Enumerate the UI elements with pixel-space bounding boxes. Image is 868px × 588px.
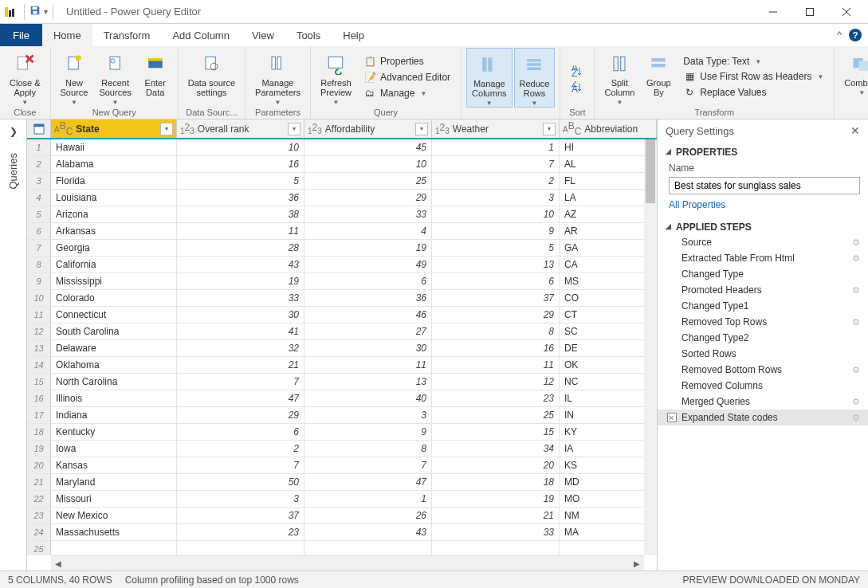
sort-desc-button[interactable]: ZA [568,80,586,95]
cell-rank[interactable]: 5 [177,173,304,189]
cell-affordability[interactable]: 6 [304,273,432,289]
tab-home[interactable]: Home [42,24,92,46]
table-row[interactable]: 24Massachusetts234333MA [27,524,657,541]
cell-weather[interactable]: 7 [432,156,560,172]
cell-affordability[interactable] [304,541,432,555]
cell-affordability[interactable]: 9 [304,424,432,440]
cell-state[interactable] [51,541,177,555]
applied-step[interactable]: Changed Type2 [658,330,868,346]
cell-affordability[interactable]: 33 [304,206,432,222]
table-row[interactable]: 19Iowa2834IA [27,441,657,457]
manage-button[interactable]: 🗂Manage▼ [361,86,453,100]
table-row[interactable]: 1Hawaii10451HI [27,139,657,156]
cell-abbreviation[interactable]: AR [560,223,657,239]
cell-weather[interactable]: 25 [432,407,560,423]
cell-state[interactable]: Arizona [51,206,177,222]
table-row[interactable]: 7Georgia28195GA [27,240,657,257]
cell-rank[interactable]: 11 [177,223,304,239]
help-icon[interactable]: ? [849,29,862,41]
table-row[interactable]: 21Maryland504718MD [27,474,657,491]
cell-affordability[interactable]: 11 [304,357,432,373]
cell-abbreviation[interactable]: KY [560,424,657,440]
cell-abbreviation[interactable]: SC [560,323,657,339]
cell-state[interactable]: Maryland [51,474,177,490]
reduce-rows-button[interactable]: Reduce Rows▼ [514,48,556,108]
data-type-button[interactable]: Data Type: Text▼ [681,55,826,68]
cell-rank[interactable]: 41 [177,323,304,339]
cell-abbreviation[interactable]: DE [560,340,657,356]
gear-icon[interactable]: ⚙ [852,253,860,264]
cell-weather[interactable]: 6 [432,273,560,289]
cell-state[interactable]: Florida [51,173,177,189]
tab-tools[interactable]: Tools [285,24,332,46]
cell-rank[interactable]: 3 [177,491,304,507]
cell-abbreviation[interactable]: FL [560,173,657,189]
cell-state[interactable]: Kentucky [51,424,177,440]
cell-state[interactable]: Mississippi [51,273,177,289]
cell-weather[interactable]: 5 [432,240,560,256]
gear-icon[interactable]: ⚙ [852,285,860,296]
cell-rank[interactable]: 47 [177,390,304,406]
cell-rank[interactable]: 7 [177,457,304,473]
applied-step[interactable]: Changed Type1 [658,298,868,314]
table-row[interactable]: 25 [27,541,657,555]
tab-view[interactable]: View [241,24,285,46]
table-row[interactable]: 15North Carolina71312NC [27,374,657,390]
cell-abbreviation[interactable]: AL [560,156,657,172]
cell-state[interactable]: Colorado [51,290,177,306]
close-settings-icon[interactable]: ✕ [850,124,860,137]
cell-rank[interactable]: 21 [177,357,304,373]
gear-icon[interactable]: ⚙ [852,317,860,327]
cell-abbreviation[interactable]: MD [560,474,657,490]
table-corner[interactable] [27,120,51,138]
gear-icon[interactable]: ⚙ [852,365,860,375]
applied-step[interactable]: Removed Bottom Rows⚙ [658,362,868,378]
cell-affordability[interactable]: 7 [304,457,432,473]
cell-abbreviation[interactable]: NM [560,508,657,523]
close-apply-button[interactable]: Close & Apply ▼ [5,48,45,107]
cell-weather[interactable]: 13 [432,257,560,272]
replace-values-button[interactable]: ↻Replace Values [681,85,826,100]
table-row[interactable]: 20Kansas7720KS [27,457,657,474]
table-row[interactable]: 3Florida5252FL [27,173,657,190]
col-abbreviation[interactable]: ABC Abbreviation [560,120,657,138]
cell-weather[interactable]: 3 [432,190,560,206]
sort-asc-button[interactable]: AZ [568,65,586,79]
cell-affordability[interactable]: 1 [304,491,432,507]
save-icon[interactable] [29,5,41,18]
cell-weather[interactable]: 8 [432,323,560,339]
cell-affordability[interactable]: 8 [304,441,432,457]
cell-abbreviation[interactable]: CA [560,257,657,272]
cell-state[interactable]: Illinois [51,390,177,406]
cell-abbreviation[interactable]: IL [560,390,657,406]
cell-weather[interactable]: 37 [432,290,560,306]
advanced-editor-button[interactable]: 📝Advanced Editor [361,70,453,84]
cell-affordability[interactable]: 40 [304,390,432,406]
cell-state[interactable]: California [51,257,177,272]
cell-weather[interactable]: 18 [432,474,560,490]
cell-rank[interactable]: 19 [177,273,304,289]
cell-affordability[interactable]: 26 [304,508,432,523]
table-row[interactable]: 5Arizona383310AZ [27,206,657,223]
table-row[interactable]: 8California434913CA [27,257,657,273]
tab-transform[interactable]: Transform [92,24,162,46]
refresh-preview-button[interactable]: Refresh Preview▼ [316,48,356,107]
cell-abbreviation[interactable]: OK [560,357,657,373]
applied-step[interactable]: Merged Queries⚙ [658,394,868,410]
cell-weather[interactable]: 20 [432,457,560,473]
cell-abbreviation[interactable]: GA [560,240,657,256]
col-state[interactable]: ABC State ▾ [51,120,177,138]
cell-weather[interactable]: 11 [432,357,560,373]
applied-step[interactable]: ✕Expanded State codes⚙ [658,410,868,425]
cell-weather[interactable]: 10 [432,206,560,222]
close-button[interactable] [828,0,865,24]
cell-abbreviation[interactable]: NC [560,374,657,390]
cell-state[interactable]: Connecticut [51,307,177,323]
table-row[interactable]: 13Delaware323016DE [27,340,657,357]
cell-rank[interactable]: 23 [177,524,304,540]
cell-affordability[interactable]: 46 [304,307,432,323]
query-name-input[interactable] [669,177,860,194]
collapse-ribbon-icon[interactable]: ^ [830,29,849,41]
cell-affordability[interactable]: 27 [304,323,432,339]
cell-rank[interactable]: 29 [177,407,304,423]
